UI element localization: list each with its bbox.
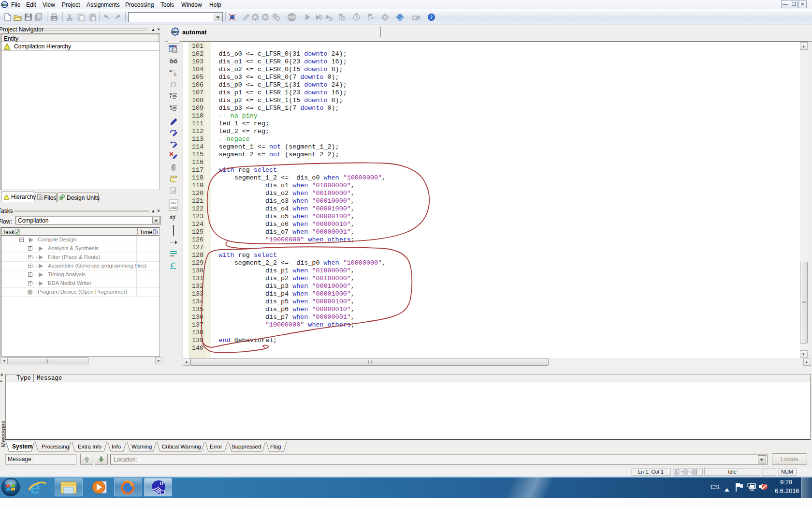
svg-text:?: ? <box>430 15 433 20</box>
svg-text:267: 267 <box>170 201 177 205</box>
svg-text:{}: {} <box>170 82 176 88</box>
svg-text:abc: abc <box>172 30 178 34</box>
svg-text:A: A <box>169 69 172 73</box>
svg-text:STOP: STOP <box>288 16 295 19</box>
svg-text:abc: abc <box>1 3 7 6</box>
svg-text:268: 268 <box>170 206 177 210</box>
svg-text:II: II <box>159 481 164 486</box>
